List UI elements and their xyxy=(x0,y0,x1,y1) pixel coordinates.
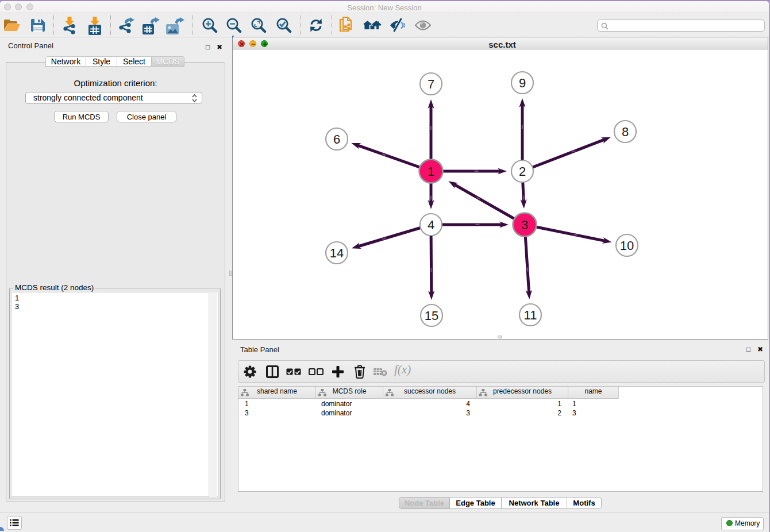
svg-text:9: 9 xyxy=(519,76,526,90)
svg-text:1: 1 xyxy=(428,164,434,179)
svg-text:2: 2 xyxy=(519,164,526,179)
svg-text:8: 8 xyxy=(622,125,629,139)
svg-text:10: 10 xyxy=(620,238,634,253)
svg-text:14: 14 xyxy=(330,246,344,260)
svg-text:7: 7 xyxy=(428,77,434,91)
svg-text:3: 3 xyxy=(521,218,528,232)
svg-text:15: 15 xyxy=(425,309,438,323)
svg-text:6: 6 xyxy=(333,132,340,147)
svg-text:4: 4 xyxy=(428,218,434,232)
svg-text:11: 11 xyxy=(524,308,537,322)
